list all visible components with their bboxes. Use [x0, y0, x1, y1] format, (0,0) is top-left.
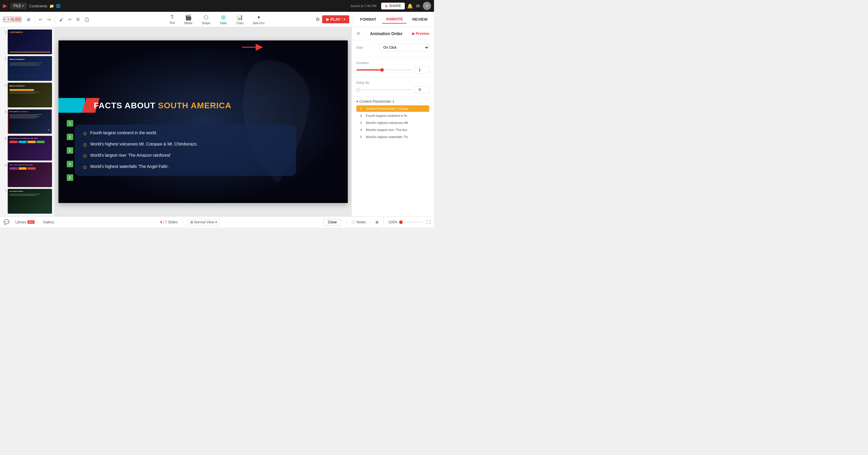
- anim-group-header[interactable]: ▾ Content Placeholder 1: [356, 99, 429, 104]
- saved-status: Saved at 7:48 PM: [350, 4, 376, 8]
- anim-item-1[interactable]: 1 Content Placeholder 1 (Expar: [356, 105, 429, 112]
- animation-panel: ✕ Animation Order ▶ Preview Start On Cli…: [351, 27, 434, 216]
- duration-slider-thumb[interactable]: [380, 68, 384, 72]
- slide-thumbnail-3[interactable]: What are Continents?: [8, 83, 52, 107]
- format-painter-button[interactable]: 🖌: [58, 16, 65, 23]
- copy-button[interactable]: ⧉: [75, 15, 81, 23]
- start-label: Start: [356, 46, 377, 49]
- preview-button[interactable]: ▶ Preview: [412, 32, 429, 36]
- bullet-3: ⊙: [83, 153, 87, 159]
- slide-num-3: 3: [2, 84, 6, 87]
- slide-thumbnail-7[interactable]: FACTS ABOUT EUROPE: [8, 189, 52, 214]
- layout-button[interactable]: ⊞: [25, 16, 32, 23]
- mail-icon[interactable]: ✉: [416, 3, 420, 9]
- addons-tool[interactable]: ✦ Add-Ons: [251, 13, 267, 26]
- slide-thumbnail-6[interactable]: Africa is surrounded by four water bodie…: [8, 162, 52, 187]
- settings-button[interactable]: ⚙: [316, 17, 320, 22]
- user-avatar[interactable]: U: [423, 2, 431, 10]
- bottom-bar: 💬 Library New Gallery 4 / 7 Slides ⊞ Nor…: [0, 216, 434, 228]
- anim-label-3: World's highest volcanoes Mt: [366, 121, 408, 125]
- folder-icon[interactable]: 📁: [49, 4, 54, 8]
- anim-item-5[interactable]: 5 World's highest waterfalls 'Th: [356, 134, 429, 140]
- animate-tab[interactable]: ANIMATE: [382, 15, 406, 24]
- slide-4-expand-icon[interactable]: ⊕: [48, 129, 50, 132]
- notification-icon[interactable]: 🔔: [407, 3, 413, 9]
- file-caret-icon: ▾: [22, 4, 24, 7]
- paste-button[interactable]: 📋: [82, 16, 91, 23]
- add-slide-button[interactable]: + + SLIDE: [3, 17, 22, 22]
- media-tool[interactable]: 🎬 Media: [182, 13, 194, 26]
- delay-input[interactable]: 0: [414, 86, 429, 93]
- duration-slider-fill: [356, 69, 381, 70]
- duration-slider-track: [356, 69, 412, 70]
- globe-icon[interactable]: 🌐: [56, 4, 61, 8]
- scissors-button[interactable]: ✂: [66, 16, 73, 23]
- divider-2: [55, 15, 55, 24]
- start-row: Start On Click After Previous With Previ…: [356, 44, 429, 51]
- format-tab[interactable]: FORMAT: [356, 15, 380, 23]
- zoom-level: 100%: [388, 220, 397, 224]
- slide-thumbnail-4[interactable]: FACTS ABOUT SOUTH AMERICA ⊕: [8, 109, 52, 134]
- anim-group-title: Content Placeholder 1: [359, 99, 395, 104]
- panel-close-button[interactable]: ✕: [356, 31, 360, 36]
- chat-button[interactable]: 💬: [4, 219, 9, 225]
- addons-tool-icon: ✦: [256, 14, 261, 21]
- slide-thumbnail-1[interactable]: CONTINENTS: [8, 30, 52, 54]
- shape-tool[interactable]: ⬡ Shape: [199, 13, 213, 26]
- file-menu-button[interactable]: FILE ▾: [11, 3, 27, 9]
- fullscreen-button[interactable]: ⛶: [426, 220, 430, 225]
- slide-canvas[interactable]: FACTS ABOUT SOUTH AMERICA 1 2 3 4 5 ⊙ Fo…: [58, 40, 348, 203]
- start-section: Start On Click After Previous With Previ…: [352, 40, 434, 58]
- duration-input[interactable]: 1: [414, 66, 429, 73]
- slide-3-thumb-text: What are Continents?: [8, 83, 51, 89]
- share-button[interactable]: ⊕ SHARE: [381, 3, 405, 9]
- anim-item-3[interactable]: 3 World's highest volcanoes Mt: [356, 120, 429, 126]
- content-item-4: ⊙ World's highest waterfalls 'The Angel …: [83, 164, 288, 170]
- slide-1-thumb-text: CONTINENTS: [8, 30, 51, 35]
- redo-button[interactable]: ↪: [45, 16, 53, 23]
- delay-slider-thumb[interactable]: [356, 88, 360, 92]
- slide-item-5[interactable]: 5 South America is surrounded by four wa…: [2, 136, 52, 161]
- content-placeholder[interactable]: ⊙ Fourth largest continent in the world.…: [75, 125, 296, 176]
- view-selector[interactable]: ⊞ Normal View ▾: [187, 219, 220, 225]
- slide-item-1[interactable]: 1 CONTINENTS: [2, 30, 52, 54]
- slide-thumbnail-2[interactable]: What are Continents?: [8, 56, 52, 81]
- slide-item-6[interactable]: 6 Africa is surrounded by four water bod…: [2, 162, 52, 187]
- content-text-4: World's highest waterfalls 'The Angel Fa…: [90, 164, 169, 169]
- step-numbers: 1 2 3 4 5: [67, 120, 73, 181]
- chart-tool[interactable]: 📊 Chart: [234, 13, 246, 26]
- text-tool-label: Text: [169, 21, 175, 25]
- slide-5-badges: [8, 140, 51, 144]
- start-select[interactable]: On Click After Previous With Previous: [379, 44, 429, 51]
- close-button[interactable]: Close: [323, 219, 341, 225]
- slide-item-2[interactable]: 2 What are Continents?: [2, 56, 52, 81]
- play-caret-icon[interactable]: ▾: [342, 18, 345, 21]
- library-new-badge: New: [27, 220, 35, 224]
- text-tool[interactable]: T Text: [167, 13, 177, 26]
- anim-item-2[interactable]: 2 Fourth largest continent in th.: [356, 112, 429, 119]
- gallery-tab[interactable]: Gallery: [40, 219, 56, 225]
- share-label: SHARE: [389, 4, 401, 8]
- slide-item-3[interactable]: 3 What are Continents?: [2, 83, 52, 107]
- slide-3-content: [8, 89, 51, 95]
- undo-button[interactable]: ↩: [37, 16, 44, 23]
- review-tab[interactable]: REVIEW: [409, 15, 431, 23]
- table-tool[interactable]: ⊞ Table: [217, 13, 229, 26]
- notes-label: Notes: [356, 220, 366, 224]
- play-icon: ▶: [326, 17, 329, 22]
- slide-title[interactable]: FACTS ABOUT SOUTH AMERICA: [94, 101, 231, 110]
- view-label: Normal View: [194, 220, 214, 224]
- zoom-thumb[interactable]: [399, 220, 403, 224]
- slide-4-thumb-text: FACTS ABOUT SOUTH AMERICA: [8, 110, 51, 113]
- table-tool-icon: ⊞: [221, 14, 225, 21]
- slide-item-7[interactable]: 7 FACTS ABOUT EUROPE: [2, 189, 52, 214]
- slide-thumbnail-5[interactable]: South America is surrounded by four wate…: [8, 136, 52, 161]
- title-white-text: FACTS ABOUT: [94, 101, 158, 110]
- anim-item-4[interactable]: 4 World's largest river 'The Am.: [356, 127, 429, 133]
- play-button[interactable]: ▶ PLAY ▾: [322, 15, 349, 23]
- library-tab[interactable]: Library New: [13, 219, 37, 225]
- zoom-slider[interactable]: [399, 222, 423, 223]
- notes-button[interactable]: 📄 Notes: [351, 220, 366, 224]
- slide-item-4[interactable]: 4 FACTS ABOUT SOUTH AMERICA ⊕: [2, 109, 52, 134]
- bottom-divider-1: [182, 218, 183, 226]
